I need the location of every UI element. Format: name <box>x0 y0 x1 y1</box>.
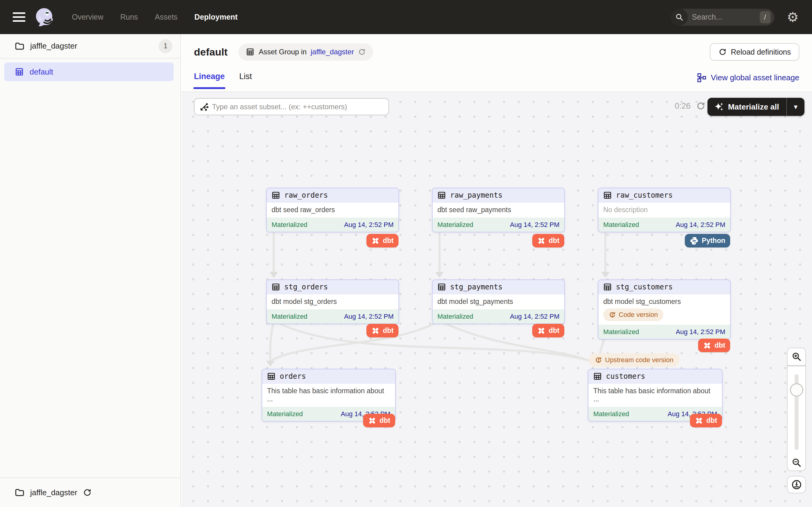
page-title: default <box>194 46 227 58</box>
nav-item-deployment[interactable]: Deployment <box>195 13 238 21</box>
refresh-icon <box>718 48 727 56</box>
gear-icon[interactable]: ⚙ <box>787 11 799 24</box>
materialization-time[interactable]: Aug 14, 2:52 PM <box>344 221 394 229</box>
zoom-slider[interactable] <box>787 366 806 455</box>
zoom-slider-thumb[interactable] <box>790 383 803 397</box>
code-version-icon <box>609 311 616 319</box>
zoom-out-icon <box>792 457 802 468</box>
materialization-time[interactable]: Aug 14, 2:52 PM <box>344 313 394 321</box>
asset-group-icon <box>14 67 24 77</box>
view-global-asset-lineage-link[interactable]: View global asset lineage <box>697 73 799 89</box>
materialization-time[interactable]: Aug 14, 2:52 PM <box>510 221 559 229</box>
nav-item-overview[interactable]: Overview <box>72 13 103 21</box>
repo-label: jaffle_dagster <box>30 41 159 51</box>
dbt-logo-icon <box>537 327 546 335</box>
chevron-down-icon: ▾ <box>794 103 798 111</box>
dbt-badge[interactable]: dbt <box>532 324 564 337</box>
sidebar-item-repo[interactable]: jaffle_dagster 1 <box>0 34 180 59</box>
upstream-code-version-label: Upstream code version <box>605 356 673 364</box>
lineage-graph-canvas[interactable]: 0:26 Materialize all ▾ raw_orders dbt se… <box>182 92 812 507</box>
asset-subset-input[interactable] <box>212 103 384 111</box>
dbt-logo-icon <box>695 416 703 425</box>
asset-node-raw-customers[interactable]: raw_customers No description Materialize… <box>598 188 731 232</box>
status-badge: Materialized <box>271 313 308 321</box>
asset-group-pill[interactable]: Asset Group in jaffle_dagster <box>238 44 373 61</box>
status-badge: Materialized <box>438 221 473 229</box>
table-icon <box>593 372 602 381</box>
asset-node-raw-payments[interactable]: raw_payments dbt seed raw_payments Mater… <box>432 188 565 232</box>
sparkles-icon <box>715 102 724 111</box>
badge-label: dbt <box>379 416 390 425</box>
status-badge: Materialized <box>271 221 308 229</box>
tab-lineage[interactable]: Lineage <box>194 72 225 89</box>
dbt-badge[interactable]: dbt <box>698 339 730 352</box>
dbt-logo-icon <box>371 327 380 335</box>
asset-group-icon <box>246 47 255 56</box>
tab-list[interactable]: List <box>239 72 252 89</box>
timer-value: 0:26 <box>674 101 691 111</box>
asset-subset-filter[interactable] <box>194 98 389 115</box>
nav-item-assets[interactable]: Assets <box>155 13 177 21</box>
materialization-time[interactable]: Aug 14, 2:52 PM <box>510 313 559 321</box>
badge-label: Python <box>702 237 725 245</box>
materialization-time[interactable]: Aug 14, 2:52 PM <box>676 328 725 336</box>
sidebar-item-default-group[interactable]: default <box>4 62 174 81</box>
table-icon <box>603 282 612 291</box>
asset-description: This table has basic information about .… <box>593 387 710 403</box>
code-version-label: Code version <box>619 311 658 319</box>
nav-links: Overview Runs Assets Deployment <box>72 13 238 21</box>
materialize-all-button[interactable]: Materialize all <box>707 98 786 116</box>
asset-node-stg-customers[interactable]: stg_customers dbt model stg_customers Co… <box>598 279 731 339</box>
global-search[interactable]: / <box>671 9 774 25</box>
lineage-filter-icon <box>199 102 208 111</box>
badge-label: dbt <box>549 327 559 335</box>
asset-description: dbt seed raw_payments <box>438 206 511 214</box>
search-icon <box>671 9 688 25</box>
python-badge[interactable]: Python <box>685 234 730 247</box>
nav-item-runs[interactable]: Runs <box>120 13 138 21</box>
badge-label: dbt <box>549 237 559 245</box>
dbt-logo-icon <box>537 237 546 245</box>
materialize-all-split-button: Materialize all ▾ <box>707 98 804 116</box>
asset-node-stg-payments[interactable]: stg_payments dbt model stg_payments Mate… <box>432 279 565 324</box>
badge-label: dbt <box>383 237 394 245</box>
asset-name: raw_orders <box>284 191 328 200</box>
refresh-icon[interactable] <box>358 48 366 56</box>
dbt-badge[interactable]: dbt <box>363 414 395 427</box>
materialize-all-label: Materialize all <box>728 102 779 112</box>
zoom-out-button[interactable] <box>787 455 806 471</box>
folder-icon <box>14 488 25 498</box>
hamburger-menu-icon[interactable] <box>13 12 26 22</box>
asset-node-raw-orders[interactable]: raw_orders dbt seed raw_orders Materiali… <box>266 188 399 232</box>
sidebar: jaffle_dagster 1 default jaffle_dagster <box>0 34 181 507</box>
upstream-code-version-tag[interactable]: Upstream code version <box>589 353 679 367</box>
code-version-icon <box>595 356 602 363</box>
materialize-dropdown-button[interactable]: ▾ <box>787 98 804 116</box>
status-badge: Materialized <box>603 221 639 229</box>
dbt-logo-icon <box>371 237 380 245</box>
dbt-badge[interactable]: dbt <box>366 234 398 247</box>
group-pill-repo-link[interactable]: jaffle_dagster <box>311 48 354 56</box>
dbt-badge[interactable]: dbt <box>690 414 722 427</box>
footer-repo-label: jaffle_dagster <box>30 488 77 497</box>
refresh-icon[interactable] <box>83 488 92 497</box>
dbt-badge[interactable]: dbt <box>366 324 398 337</box>
materialization-time[interactable]: Aug 14, 2:52 PM <box>676 221 725 229</box>
table-icon <box>603 191 612 200</box>
dbt-badge[interactable]: dbt <box>532 234 564 247</box>
asset-name: stg_customers <box>616 283 673 291</box>
search-input[interactable] <box>688 13 760 21</box>
asset-name: stg_orders <box>284 283 328 291</box>
status-badge: Materialized <box>593 410 629 418</box>
asset-node-stg-orders[interactable]: stg_orders dbt model stg_orders Material… <box>266 279 399 324</box>
asset-description: No description <box>603 206 648 214</box>
global-lineage-label: View global asset lineage <box>711 73 799 82</box>
search-shortcut-key: / <box>760 11 771 23</box>
reload-definitions-label: Reload definitions <box>731 48 791 56</box>
refresh-icon[interactable] <box>696 101 706 111</box>
dagster-logo-icon[interactable] <box>34 7 55 28</box>
code-version-tag[interactable]: Code version <box>603 308 663 321</box>
download-graph-button[interactable] <box>787 476 806 494</box>
zoom-in-button[interactable] <box>787 348 806 366</box>
reload-definitions-button[interactable]: Reload definitions <box>710 43 799 61</box>
